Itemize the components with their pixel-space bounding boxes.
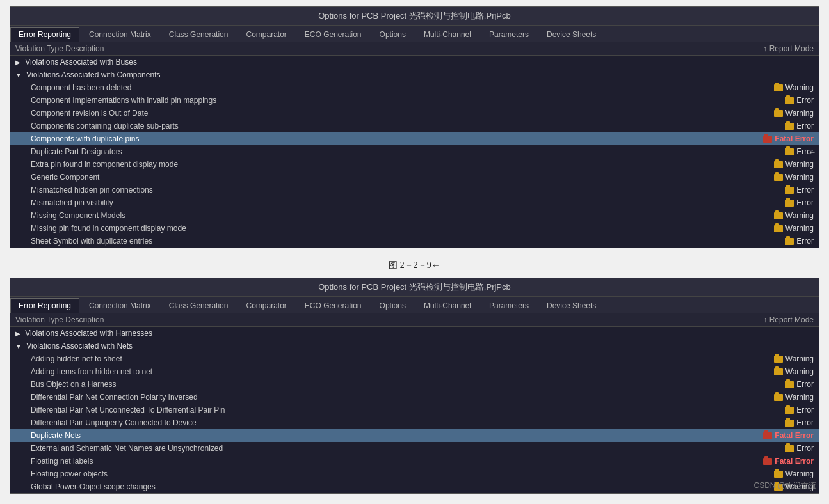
table-row[interactable]: Floating power objects Warning <box>10 468 819 480</box>
dialog-title-2: Options for PCB Project 光强检测与控制电路.PrjPcb <box>10 278 819 297</box>
table-row[interactable]: Adding hidden net to sheet Warning <box>10 352 819 365</box>
tab-class-generation-2[interactable]: Class Generation <box>161 298 237 313</box>
table-row[interactable]: Sheet Symbol with duplicate entries Erro… <box>10 235 819 248</box>
tab-comparator-2[interactable]: Comparator <box>237 298 294 313</box>
folder-yellow-icon <box>785 97 794 104</box>
folder-yellow-icon <box>774 110 783 117</box>
tab-parameters-2[interactable]: Parameters <box>481 298 537 313</box>
folder-yellow-icon <box>774 368 783 375</box>
folder-yellow-icon <box>774 471 783 478</box>
tab-multi-channel-2[interactable]: Multi-Channel <box>415 298 479 313</box>
folder-red-icon <box>763 458 772 465</box>
table-row[interactable]: External and Schematic Net Names are Uns… <box>10 442 819 455</box>
figure-caption-2: 图 2－2－10← <box>0 500 829 504</box>
dialog-panel-1: Options for PCB Project 光强检测与控制电路.PrjPcb… <box>10 6 819 248</box>
table-row[interactable]: Adding Items from hidden net to net Warn… <box>10 365 819 378</box>
table-row[interactable]: Bus Object on a Harness Error <box>10 378 819 391</box>
tab-comparator-1[interactable]: Comparator <box>237 27 294 42</box>
table-row[interactable]: Component revision is Out of Date Warnin… <box>10 107 819 120</box>
table-row[interactable]: Missing pin found in component display m… <box>10 222 819 235</box>
col-header-right-1: ↑ Report Mode <box>763 44 814 53</box>
folder-yellow-icon <box>785 187 794 194</box>
tab-error-reporting-2[interactable]: Error Reporting <box>10 298 79 313</box>
folder-yellow-icon <box>774 212 783 219</box>
tab-options-1[interactable]: Options <box>371 27 414 42</box>
tab-connection-matrix-2[interactable]: Connection Matrix <box>81 298 159 313</box>
table-row[interactable]: ▼ Violations Associated with Components <box>10 68 819 81</box>
tab-class-generation-1[interactable]: Class Generation <box>161 27 237 42</box>
col-header-right-2: ↑ Report Mode <box>763 315 814 324</box>
table-row[interactable]: ▶ Violations Associated with Buses <box>10 56 819 68</box>
table-row[interactable]: Generic Component Warning <box>10 171 819 184</box>
tab-multi-channel-1[interactable]: Multi-Channel <box>415 27 479 42</box>
folder-yellow-icon <box>774 84 783 91</box>
tab-eco-generation-2[interactable]: ECO Generation <box>296 298 370 313</box>
table-row[interactable]: Floating net labels Fatal Error <box>10 455 819 468</box>
folder-yellow-icon <box>774 356 783 363</box>
dialog-panel-2: Options for PCB Project 光强检测与控制电路.PrjPcb… <box>10 278 819 494</box>
violations-table-2: ▶ Violations Associated with Harnesses ▼… <box>10 327 819 493</box>
tab-device-sheets-2[interactable]: Device Sheets <box>538 298 604 313</box>
tab-error-reporting-1[interactable]: Error Reporting <box>10 27 79 42</box>
tab-device-sheets-1[interactable]: Device Sheets <box>538 27 604 42</box>
tab-eco-generation-1[interactable]: ECO Generation <box>296 27 370 42</box>
table-row[interactable]: Extra pin found in component display mod… <box>10 158 819 171</box>
table-row[interactable]: Mismatched pin visibility Error <box>10 196 819 209</box>
tab-options-2[interactable]: Options <box>371 298 414 313</box>
scroll-arrow-1: ← <box>808 147 816 157</box>
table-row[interactable]: Differential Pair Net Connection Polarit… <box>10 391 819 404</box>
folder-yellow-icon <box>785 238 794 245</box>
table-row[interactable]: ▶ Violations Associated with Harnesses <box>10 327 819 340</box>
table-row[interactable]: Differential Pair Net Unconnected To Dif… <box>10 404 819 416</box>
folder-red-icon <box>763 432 772 439</box>
folder-yellow-icon <box>785 148 794 155</box>
page-container: Options for PCB Project 光强检测与控制电路.PrjPcb… <box>0 0 829 504</box>
table-row[interactable]: Mismatched hidden pin connections Error <box>10 184 819 196</box>
table-row[interactable]: Duplicate Part Designators Error <box>10 145 819 158</box>
col-header-left-2: Violation Type Description <box>15 315 104 324</box>
folder-yellow-icon <box>785 123 794 130</box>
table-row[interactable]: Differential Pair Unproperly Connected t… <box>10 416 819 429</box>
folder-yellow-icon <box>785 445 794 452</box>
folder-red-icon <box>763 136 772 143</box>
table-row[interactable]: ▼ Violations Associated with Nets <box>10 340 819 352</box>
scroll-arrow-2: ← <box>808 406 816 415</box>
folder-yellow-icon <box>785 420 794 427</box>
folder-yellow-icon <box>774 225 783 232</box>
tab-bar-1: Error Reporting Connection Matrix Class … <box>10 26 819 42</box>
folder-yellow-icon <box>774 174 783 181</box>
folder-yellow-icon <box>774 394 783 401</box>
folder-yellow-icon <box>785 381 794 388</box>
folder-yellow-icon <box>785 200 794 207</box>
tab-parameters-1[interactable]: Parameters <box>481 27 537 42</box>
table-row[interactable]: Global Power-Object scope changes Warnin… <box>10 480 819 493</box>
col-header-left-1: Violation Type Description <box>15 44 104 53</box>
watermark: CSDN @欢迎交流 <box>753 480 816 491</box>
tab-connection-matrix-1[interactable]: Connection Matrix <box>81 27 159 42</box>
figure-caption-1: 图 2－2－9← <box>0 255 829 278</box>
table-row[interactable]: Duplicate Nets Fatal Error <box>10 429 819 442</box>
table-row[interactable]: Component Implementations with invalid p… <box>10 94 819 107</box>
folder-yellow-icon <box>785 407 794 414</box>
tab-bar-2: Error Reporting Connection Matrix Class … <box>10 297 819 313</box>
folder-yellow-icon <box>774 161 783 168</box>
violations-table-1: ▶ Violations Associated with Buses ▼ Vio… <box>10 56 819 248</box>
table-row[interactable]: Missing Component Models Warning <box>10 209 819 222</box>
col-header-1: Violation Type Description ↑ Report Mode <box>10 42 819 56</box>
table-row[interactable]: Components with duplicate pins Fatal Err… <box>10 132 819 145</box>
dialog-title-1: Options for PCB Project 光强检测与控制电路.PrjPcb <box>10 7 819 26</box>
table-row[interactable]: Component has been deleted Warning <box>10 81 819 94</box>
col-header-2: Violation Type Description ↑ Report Mode <box>10 313 819 327</box>
table-row[interactable]: Components containing duplicate sub-part… <box>10 120 819 132</box>
